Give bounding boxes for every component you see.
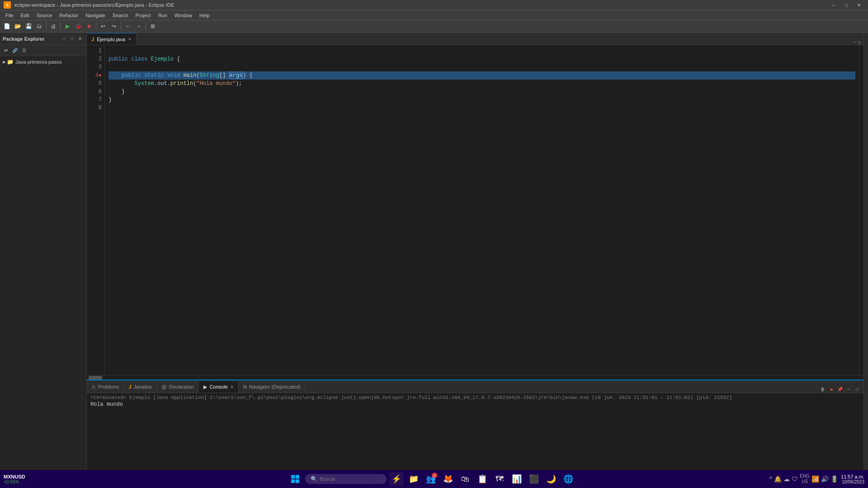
taskbar-app7-icon[interactable]: 📋 <box>475 472 490 486</box>
main-area: Package Explorer ─ □ ✕ ⇄ 🔗 ☰ ▶ 📁 Java-pr… <box>0 33 868 470</box>
code-content[interactable]: public class Ejemplo { public static voi… <box>105 45 859 375</box>
tab-console-label: Console <box>209 384 227 389</box>
package-explorer-header: Package Explorer ─ □ ✕ <box>0 33 86 45</box>
panel-minimize-button[interactable]: ─ <box>60 35 67 42</box>
bottom-maximize-button[interactable]: □ <box>854 385 861 393</box>
taskbar-center: 🔍 ⚡ 📁 👥 1 🦊 🛍 📋 🗺 📊 ⬛ <box>96 472 768 486</box>
menu-window[interactable]: Window <box>171 10 196 20</box>
menu-help[interactable]: Help <box>196 10 213 20</box>
console-stop-button[interactable]: ■ <box>828 385 835 393</box>
toolbar-save[interactable]: 💾 <box>24 21 33 31</box>
tree-item-project[interactable]: ▶ 📁 Java-primeros-pasos <box>0 58 86 66</box>
tab-problems[interactable]: ⚠ Problems <box>87 381 124 393</box>
link-editor-button[interactable]: 🔗 <box>11 47 19 55</box>
toolbar-run[interactable]: ▶ <box>62 21 72 31</box>
teams-badge: 1 <box>432 473 437 478</box>
taskbar-edge-icon[interactable]: ⚡ <box>389 472 404 486</box>
taskbar-eclipse-icon[interactable]: 🌙 <box>544 472 558 486</box>
menu-navigate[interactable]: Navigate <box>82 10 108 20</box>
editor-minimize-button[interactable]: ─ <box>853 40 856 45</box>
editor-right-bar <box>863 33 868 470</box>
editor-horizontal-scrollbar[interactable] <box>87 375 863 380</box>
menu-search[interactable]: Search <box>109 10 132 20</box>
menu-refactor[interactable]: Refactor <box>56 10 82 20</box>
panel-maximize-button[interactable]: □ <box>68 35 75 42</box>
code-editor[interactable]: 1 2 3 4● 5 6 7 8 public class Ejemplo { … <box>87 45 863 375</box>
toolbar-sep4 <box>121 22 121 30</box>
code-line-4: public static void main(String[] args) { <box>108 71 855 80</box>
tray-volume-icon[interactable]: 🔊 <box>821 475 829 483</box>
tray-shield-icon[interactable]: 🛡 <box>792 475 798 483</box>
taskbar-edge2-icon[interactable]: 🌐 <box>561 472 576 486</box>
menu-run[interactable]: Run <box>155 10 171 20</box>
toolbar-sep5 <box>146 22 146 30</box>
menu-edit[interactable]: Edit <box>17 10 33 20</box>
editor-tab-ejemplo[interactable]: J Ejemplo.java ✕ <box>87 33 137 45</box>
start-button[interactable] <box>288 472 302 486</box>
stock-change: +0.55% <box>4 479 25 484</box>
minimize-button[interactable]: ─ <box>828 1 839 9</box>
svg-rect-0 <box>291 475 295 479</box>
taskbar-right: ^ 🔔 ☁ 🛡 ENGUS 📶 🔊 🔋 11:57 a.m. 10/06/202… <box>769 474 864 484</box>
sidebar-content: ▶ 📁 Java-primeros-pasos <box>0 56 86 470</box>
toolbar-forward[interactable]: → <box>134 21 144 31</box>
stock-widget[interactable]: MXNUSD +0.55% <box>4 474 25 484</box>
tray-chevron-icon[interactable]: ^ <box>769 475 773 483</box>
search-input[interactable] <box>320 476 365 482</box>
editor-maximize-button[interactable]: □ <box>858 40 861 45</box>
tray-battery-icon[interactable]: 🔋 <box>830 475 838 483</box>
app-icon: e <box>4 1 11 9</box>
taskbar-teams-icon[interactable]: 👥 1 <box>424 472 438 486</box>
console-clear-button[interactable]: 🗑 <box>819 385 826 393</box>
declaration-icon: @ <box>162 384 167 389</box>
line-2: 2 <box>90 55 102 63</box>
line-1: 1 <box>90 47 102 55</box>
toolbar-stop[interactable]: ■ <box>84 21 94 31</box>
console-pin-button[interactable]: 📌 <box>836 385 844 393</box>
taskbar-search[interactable]: 🔍 <box>305 474 387 484</box>
tray-notification-icon[interactable]: 🔔 <box>774 475 782 483</box>
menu-file[interactable]: File <box>2 10 17 20</box>
package-explorer-title: Package Explorer <box>3 36 44 42</box>
line-7: 7 <box>90 96 102 104</box>
toolbar-back[interactable]: ← <box>123 21 133 31</box>
language-indicator[interactable]: ENGUS <box>800 474 810 484</box>
taskbar-analytics-icon[interactable]: 📊 <box>509 472 524 486</box>
console-tab-close[interactable]: ✕ <box>230 385 234 389</box>
toolbar-redo[interactable]: ↪ <box>109 21 119 31</box>
tray-cloud-icon[interactable]: ☁ <box>783 475 790 483</box>
code-line-2: public class Ejemplo { <box>108 55 855 63</box>
toolbar-undo[interactable]: ↩ <box>98 21 108 31</box>
taskbar-store-icon[interactable]: 🛍 <box>458 472 472 486</box>
toolbar-save-all[interactable]: 🗂 <box>34 21 44 31</box>
line-5: 5 <box>90 80 102 88</box>
tab-declaration[interactable]: @ Declaration <box>157 381 199 393</box>
tab-close-button[interactable]: ✕ <box>128 37 132 42</box>
tab-javadoc[interactable]: J Javadoc <box>124 381 157 393</box>
menu-source[interactable]: Source <box>33 10 56 20</box>
problems-icon: ⚠ <box>91 384 96 390</box>
panel-close-button[interactable]: ✕ <box>76 35 84 42</box>
maximize-button[interactable]: □ <box>841 1 852 9</box>
tab-navigator[interactable]: N Navigator (Deprecated) <box>239 381 306 393</box>
clock-widget[interactable]: 11:57 a.m. 10/06/2023 <box>841 474 864 484</box>
taskbar-terminal-icon[interactable]: ⬛ <box>527 472 541 486</box>
bottom-minimize-button[interactable]: ─ <box>845 385 852 393</box>
taskbar-maps-icon[interactable]: 🗺 <box>492 472 507 486</box>
toolbar-print[interactable]: 🖨 <box>48 21 58 31</box>
close-button[interactable]: ✕ <box>854 1 864 9</box>
editor-vertical-scrollbar[interactable] <box>859 45 863 375</box>
tray-wifi-icon[interactable]: 📶 <box>811 475 819 483</box>
toolbar-open[interactable]: 📂 <box>13 21 23 31</box>
menu-project[interactable]: Project <box>132 10 154 20</box>
taskbar-firefox-icon[interactable]: 🦊 <box>441 472 455 486</box>
toolbar-new[interactable]: 📄 <box>2 21 12 31</box>
sidebar-toolbar: ⇄ 🔗 ☰ <box>0 45 86 56</box>
toolbar-debug[interactable]: 🐞 <box>73 21 83 31</box>
tab-console[interactable]: ▶ Console ✕ <box>199 381 238 393</box>
view-menu-button[interactable]: ☰ <box>20 47 28 55</box>
taskbar-files-icon[interactable]: 📁 <box>406 472 421 486</box>
line-8: 8 <box>90 104 102 112</box>
toolbar-perspective[interactable]: ⊞ <box>148 21 158 31</box>
collapse-all-button[interactable]: ⇄ <box>2 47 10 55</box>
